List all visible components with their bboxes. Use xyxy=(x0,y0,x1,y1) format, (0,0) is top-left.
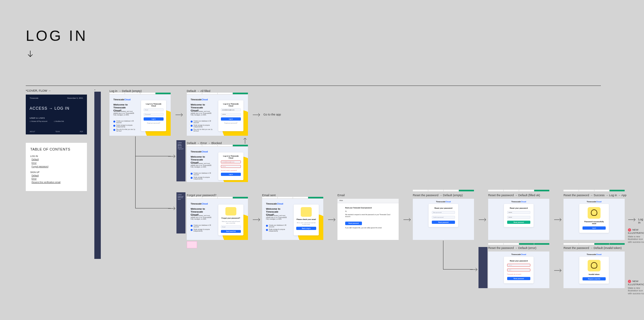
error-message: Incorrect email or password xyxy=(221,169,241,171)
password-field[interactable]: •••••••• xyxy=(221,165,241,168)
forgot-password-link[interactable]: Forgot your password? xyxy=(221,122,241,124)
back-to-login-button[interactable]: Back to log in xyxy=(296,227,316,230)
warning-illustration-icon xyxy=(588,260,601,271)
sticky-note[interactable] xyxy=(187,241,197,248)
character-illustration-icon xyxy=(301,207,312,217)
login-button[interactable]: Log in xyxy=(582,226,606,230)
cover-foot-3: PDF xyxy=(80,131,83,133)
email-field[interactable]: name@example.com xyxy=(221,160,241,163)
arrow-right-icon xyxy=(175,113,184,118)
frame-label: Reset the password → Default (filled ok) xyxy=(488,194,540,197)
reset-button[interactable]: Reset password xyxy=(507,221,530,224)
error-message: Passwords do not match xyxy=(507,273,530,275)
toc-group-login: LOG IN xyxy=(30,155,82,157)
arrow-right-icon xyxy=(554,217,562,223)
screen-email-sent[interactable]: TimescaleCloud Welcome to Timescale Clou… xyxy=(262,199,323,240)
email-subject: Reset your Timescale Cloud password xyxy=(345,207,391,209)
flow-connector xyxy=(443,241,473,270)
toc-item[interactable]: Error xyxy=(32,177,82,181)
cover-logo: Timescale xyxy=(30,97,38,99)
cover-date: December 6, 2021 xyxy=(67,97,83,99)
frame-label: Reset the password → Default (error) xyxy=(488,246,536,250)
email-reset-button[interactable]: Reset password xyxy=(345,222,362,225)
frame-label: Log in → Default (empty) xyxy=(109,89,142,93)
screen-reset-empty[interactable]: TimescaleCloud Reset your password New p… xyxy=(413,199,474,240)
frame-label: Reset the password → Success → Log in → … xyxy=(564,194,627,197)
toc-item[interactable]: Default xyxy=(32,158,82,161)
cover-label: *COVER, FLOW → xyxy=(26,89,51,92)
cover-link-1: Access & Pay account xyxy=(30,120,47,122)
new-password-field[interactable]: New password xyxy=(432,211,455,214)
welcome-blurb: The fastest, easiest, and most reliable … xyxy=(191,111,213,116)
toc-group-signup: SIGN UP xyxy=(30,171,82,173)
email-field[interactable]: Email xyxy=(221,225,241,228)
arrow-right-icon xyxy=(168,206,176,212)
arrow-right-icon xyxy=(478,217,487,223)
frame-label: Default → All filled xyxy=(187,89,210,93)
annotation: !NEW ILLUSTRATION Make a new illustratio… xyxy=(628,228,644,243)
email-header: Inbox xyxy=(337,199,399,203)
confirm-password-field[interactable]: •••••• xyxy=(507,269,530,271)
new-password-field[interactable]: •••••••• xyxy=(507,211,530,214)
login-button[interactable]: Log in xyxy=(221,117,241,121)
request-new-link-button[interactable]: Request a new link xyxy=(582,277,606,280)
login-button[interactable]: Log in xyxy=(221,173,241,176)
new-password-field[interactable]: •••••••• xyxy=(507,264,530,267)
mini-side-rail xyxy=(478,247,488,288)
frame-label: Reset the password → Default (invalid to… xyxy=(564,246,622,250)
cover-foot-1: ABOUT xyxy=(30,131,35,133)
toc-item[interactable]: Error xyxy=(32,161,82,165)
section-divider xyxy=(26,86,601,86)
page-title: LOG IN xyxy=(26,27,88,44)
arrow-up-icon xyxy=(243,137,247,145)
toc-frame[interactable]: TABLE OF CONTENTS LOG IN Default Error F… xyxy=(26,143,87,191)
screen-reset-filled[interactable]: TimescaleCloud Reset your password •••••… xyxy=(488,199,549,240)
screen-forgot-password[interactable]: TimescaleCloud Welcome to Timescale Clou… xyxy=(187,199,248,240)
frame-label: Forgot your password? xyxy=(187,194,216,197)
toc-item[interactable]: Forgot password xyxy=(32,165,82,169)
confirm-password-field[interactable]: •••••••• xyxy=(507,216,530,219)
character-illustration-icon xyxy=(225,207,236,215)
mini-side-rail: LOG IN Default All filled Blocked Forgot… xyxy=(176,140,185,181)
cover-foot-2: TEAM xyxy=(55,131,60,133)
send-reset-button[interactable]: Send reset link xyxy=(221,230,241,233)
reset-button[interactable]: Reset password xyxy=(432,221,455,224)
screen-login-filled[interactable]: TimescaleCloud Welcome to Timescale Clou… xyxy=(187,95,248,136)
email-field[interactable]: Email xyxy=(144,108,164,111)
toc-title: TABLE OF CONTENTS xyxy=(30,147,82,151)
flow-connector xyxy=(135,136,171,208)
frame-label: Email xyxy=(337,194,345,197)
confirm-password-field[interactable]: Confirm password xyxy=(432,216,455,219)
mini-side-rail: LOG IN Forgot pwd Email sent Reset xyxy=(176,192,185,233)
toc-item[interactable]: Resend the verification email xyxy=(32,181,82,184)
frame-label: Reset the password → Default (empty) xyxy=(413,194,463,197)
toc-item[interactable]: Default xyxy=(32,174,82,178)
password-field[interactable]: •••••••• xyxy=(221,113,241,116)
arrow-right-icon xyxy=(403,217,412,223)
success-illustration-icon xyxy=(588,207,601,219)
login-button[interactable]: Log in xyxy=(144,117,164,121)
frame-label: Default → Error → Blocked xyxy=(187,142,222,145)
frame-label: Email sent xyxy=(262,194,276,197)
token-strip-label: * xyxy=(94,89,95,92)
screen-reset-invalid-token[interactable]: TimescaleCloud Invalid token Request a n… xyxy=(564,251,625,288)
arrow-right-icon xyxy=(252,217,261,223)
email-field[interactable]: name@example.com xyxy=(221,108,241,111)
screen-email-client[interactable]: Inbox Reset your Timescale Cloud passwor… xyxy=(337,199,399,240)
screen-login-error[interactable]: TimescaleCloud Welcome to Timescale Clou… xyxy=(187,147,248,182)
forgot-password-link[interactable]: Forgot your password? xyxy=(144,122,164,124)
cover-subhead: USER & LINKS xyxy=(30,117,83,119)
cover-frame[interactable]: Timescale December 6, 2021 ACCESS → LOG … xyxy=(26,95,87,134)
screen-reset-error[interactable]: TimescaleCloud Reset your password •••••… xyxy=(488,251,549,288)
password-field[interactable]: Password xyxy=(144,113,164,116)
feature-bullets: Create your database in 30 seconds Scale… xyxy=(113,120,136,133)
annotation: !NEW ILLUSTRATION Make a new illustratio… xyxy=(628,280,644,295)
screen-login-default[interactable]: TimescaleCloud Welcome to Timescale Clou… xyxy=(109,95,171,136)
cover-title: ACCESS → LOG IN xyxy=(30,106,83,111)
flow-note-login: Log in xyxy=(638,218,644,224)
reset-button[interactable]: Reset password xyxy=(507,277,530,280)
flow-note-go-to-app: Go to the app xyxy=(263,113,281,116)
login-card-title: Log in to Timescale Cloud xyxy=(144,103,164,107)
screen-reset-success[interactable]: TimescaleCloud Password successfully res… xyxy=(564,199,625,240)
token-strip[interactable] xyxy=(94,92,101,259)
